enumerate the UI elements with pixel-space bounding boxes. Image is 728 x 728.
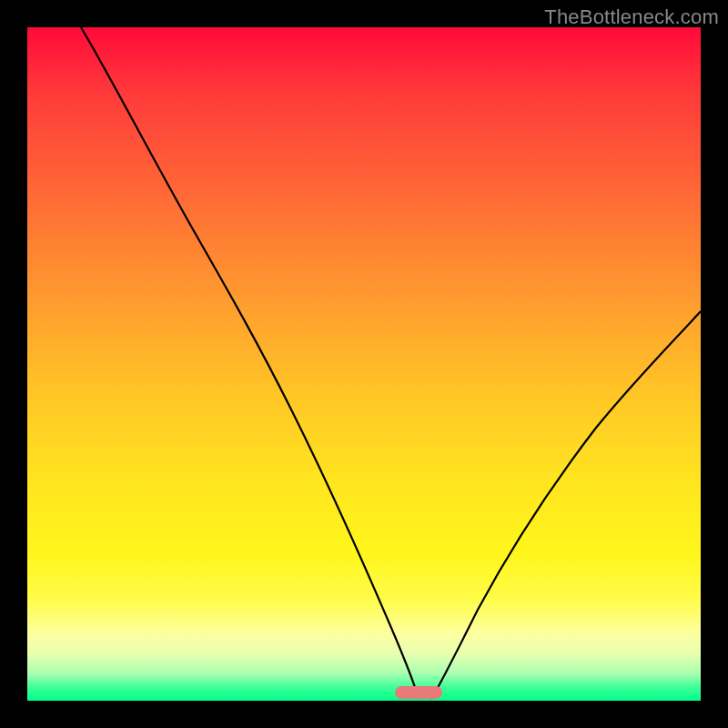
left-curve [81, 27, 419, 699]
plot-area [27, 27, 701, 701]
watermark-text: TheBottleneck.com [544, 5, 719, 29]
optimal-marker [395, 686, 442, 699]
bottleneck-curves [27, 27, 701, 701]
right-curve [431, 311, 701, 699]
